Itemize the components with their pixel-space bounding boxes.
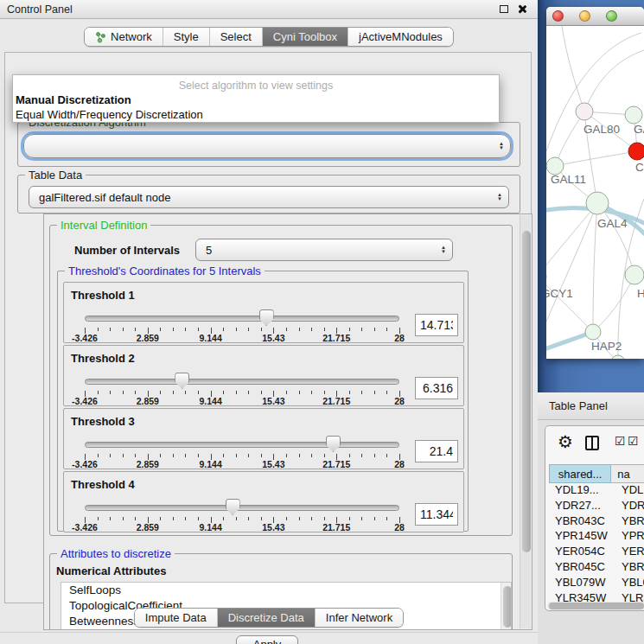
network-node-ga[interactable]	[625, 106, 642, 124]
dropdown-option-equal-width-frequency-discretization[interactable]: Equal Width/Frequency Discretization	[13, 107, 499, 122]
network-node-gal4[interactable]	[586, 192, 609, 214]
columns-icon[interactable]	[585, 436, 599, 450]
table-row[interactable]: YDL19...YDL1	[549, 483, 644, 499]
tick-mark	[236, 517, 237, 520]
slider-thumb[interactable]	[226, 499, 240, 515]
table-row[interactable]: YBR043CYBR0	[549, 514, 644, 530]
network-canvas[interactable]: GAL80GACGAL11GAL4GCY1HHAP2	[546, 26, 644, 359]
tick-mark	[236, 391, 237, 394]
slider-track[interactable]	[85, 505, 399, 511]
viewport-scrollbar-thumb[interactable]	[522, 231, 531, 552]
table-row[interactable]: YER054CYER0	[549, 545, 644, 560]
traffic-light-zoom-icon[interactable]	[606, 10, 617, 22]
threshold-value-field[interactable]	[415, 377, 458, 399]
dropdown-placeholder-item[interactable]: Select algorithm to view settings	[13, 79, 499, 92]
column-header-2[interactable]: na	[611, 464, 644, 483]
table-horizontal-scrollbar[interactable]	[547, 602, 644, 610]
network-node-hap2[interactable]	[585, 324, 601, 340]
threshold-panel: Threshold 2 -3.4262.8599.14415.4321.7152…	[63, 345, 464, 406]
dropdown-option-manual-discretization[interactable]: Manual Discretization	[13, 92, 499, 107]
number-of-intervals-combobox[interactable]: 5 ▲▼	[195, 239, 453, 261]
threshold-value-field[interactable]	[415, 503, 458, 526]
float-icon[interactable]	[500, 5, 508, 13]
table-row[interactable]: YBR045CYBR0	[549, 560, 644, 576]
cell-name: YER0	[615, 545, 644, 560]
threshold-label: Threshold 4	[71, 478, 135, 491]
traffic-light-close-icon[interactable]	[552, 10, 564, 22]
column-header-1[interactable]: shared...	[549, 464, 611, 483]
table-rows: YDL19...YDL1YDR27...YDR2YBR043CYBR0YPR14…	[549, 483, 644, 597]
network-node-gal80[interactable]	[576, 103, 593, 120]
tick-mark	[248, 517, 249, 520]
checkbox-icon[interactable]: ☑	[615, 434, 626, 448]
tick-mark	[386, 328, 387, 331]
algorithm-combobox[interactable]: ▲▼	[23, 134, 511, 158]
slider-thumb[interactable]	[175, 373, 189, 389]
tab-label: Style	[174, 30, 199, 43]
network-node-h[interactable]	[625, 265, 644, 284]
tick-mark	[173, 454, 174, 457]
tab-select[interactable]: Select	[209, 28, 262, 46]
tab-style[interactable]: Style	[163, 28, 209, 46]
tick-label: 15.43	[262, 459, 284, 469]
tick-label: 21.715	[322, 396, 350, 406]
network-node[interactable]	[611, 355, 625, 359]
tick-mark	[299, 517, 300, 520]
network-edge	[546, 277, 593, 332]
apply-button[interactable]: Apply	[236, 635, 298, 644]
tick-label: 9.144	[199, 459, 221, 469]
tick-mark	[361, 391, 362, 394]
threshold-panel: Threshold 1 -3.4262.8599.14415.4321.7152…	[63, 282, 464, 343]
tab-cyni-toolbox[interactable]: Cyni Toolbox	[262, 28, 348, 46]
attribute-item-selfloops[interactable]: SelfLoops	[61, 583, 511, 598]
tab-jactivemnodules[interactable]: jActiveMNodules	[348, 28, 453, 46]
tab-impute-data[interactable]: Impute Data	[135, 609, 217, 627]
slider-track[interactable]	[85, 442, 399, 448]
tab-network[interactable]: Network	[85, 28, 163, 46]
cell-shared-name: YBL079W	[549, 576, 615, 591]
tick-mark	[349, 391, 350, 394]
table-row[interactable]: YBL079WYBL0	[549, 576, 644, 591]
network-edge	[584, 50, 644, 112]
slider-track[interactable]	[85, 379, 399, 385]
table-toolbar: ⚙ ☑ ☑	[545, 426, 644, 461]
stepper-arrows-icon: ▲▼	[441, 245, 446, 254]
tick-mark	[324, 391, 325, 394]
tick-label: 28	[394, 396, 405, 406]
close-icon[interactable]	[517, 4, 526, 14]
table-data-combobox[interactable]: galFiltered.sif default node ▲▼	[29, 186, 509, 208]
tick-mark	[185, 454, 186, 457]
tick-mark	[185, 391, 186, 394]
bottom-tab-bar: Impute DataDiscretize DataInfer Network	[0, 608, 538, 628]
tab-label: Network	[111, 30, 152, 43]
network-node-c[interactable]	[628, 143, 644, 160]
tick-mark	[374, 328, 375, 331]
threshold-value-field[interactable]	[415, 314, 458, 336]
tick-mark	[173, 328, 174, 331]
tick-label: 9.144	[199, 333, 221, 343]
tick-label: -3.426	[72, 522, 98, 532]
network-view-window: GAL80GACGAL11GAL4GCY1HHAP2	[546, 7, 644, 359]
slider-thumb[interactable]	[259, 309, 274, 326]
tick-mark	[324, 517, 325, 520]
tick-mark	[261, 391, 262, 394]
network-node-gal11[interactable]	[546, 157, 564, 175]
table-row[interactable]: YDR27...YDR2	[549, 499, 644, 514]
tick-mark	[311, 328, 312, 331]
table-row[interactable]: YPR145WYPR1	[549, 529, 644, 545]
slider-track[interactable]	[85, 316, 399, 322]
threshold-value-field[interactable]	[415, 440, 458, 462]
tick-mark	[198, 454, 199, 457]
checkbox-icon[interactable]: ☑	[628, 434, 639, 448]
tab-discretize-data[interactable]: Discretize Data	[217, 609, 315, 627]
tab-infer-network[interactable]: Infer Network	[315, 609, 403, 627]
gear-icon[interactable]: ⚙	[558, 431, 573, 452]
tick-label: 2.859	[137, 333, 159, 343]
cell-name: YBR0	[615, 514, 644, 530]
viewport-scrollbar[interactable]	[520, 215, 531, 628]
tick-mark	[223, 391, 224, 394]
traffic-light-minimize-icon[interactable]	[579, 10, 590, 22]
slider-thumb[interactable]	[326, 436, 341, 452]
table-hscrollbar-thumb[interactable]	[549, 603, 644, 609]
settings-scroll-viewport: Interval Definition Number of Intervals …	[43, 214, 532, 630]
